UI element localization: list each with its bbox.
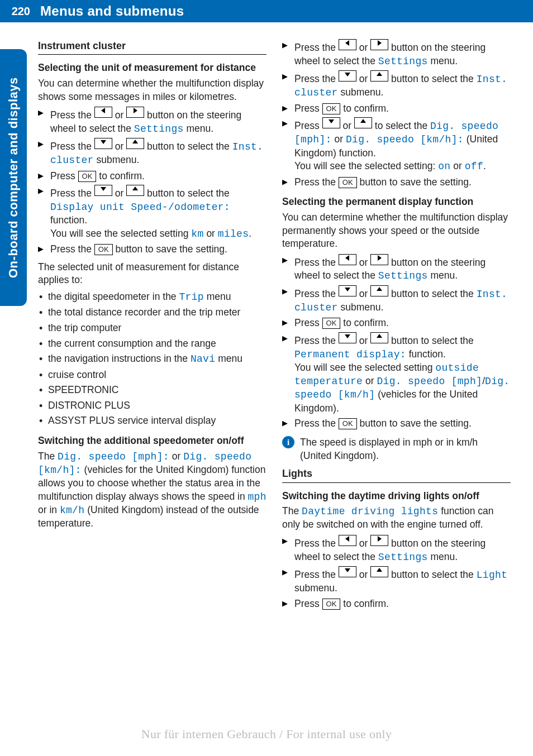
step: Press or to select the Dig. speedo [mph]… bbox=[282, 117, 511, 174]
step: Press the or button to select the Light … bbox=[282, 566, 511, 595]
menu-trip: Trip bbox=[179, 291, 203, 303]
intro-permanent-display: You can determine whether the multifunct… bbox=[282, 211, 511, 251]
list-item: DISTRONIC PLUS bbox=[38, 399, 266, 413]
page-number: 220 bbox=[0, 0, 34, 22]
ok-key: OK bbox=[322, 599, 341, 610]
ok-key: OK bbox=[78, 171, 97, 182]
right-arrow-key bbox=[370, 39, 388, 50]
step: Press the or button to select the Inst. … bbox=[38, 138, 266, 168]
left-arrow-key bbox=[94, 107, 112, 118]
menu-display-unit: Display unit Speed-/odometer: bbox=[50, 202, 230, 213]
value-km: km bbox=[191, 228, 203, 240]
step: Press the or button on the steering whee… bbox=[282, 39, 511, 68]
steps-permanent-display: Press the or button on the steering whee… bbox=[282, 254, 511, 430]
intro-unit-distance: You can determine whether the multifunct… bbox=[38, 77, 266, 103]
step: Press OK to confirm. bbox=[282, 597, 511, 611]
up-arrow-key bbox=[370, 332, 388, 343]
menu-settings: Settings bbox=[378, 552, 428, 563]
list-item: the digital speedometer in the Trip menu bbox=[38, 290, 266, 304]
info-text: The speed is displayed in mph or in km/h… bbox=[300, 436, 511, 462]
list-item: the trip computer bbox=[38, 322, 266, 335]
up-arrow-key bbox=[370, 285, 388, 296]
left-arrow-key bbox=[339, 254, 356, 265]
steps-daytime-lights: Press the or button on the steering whee… bbox=[282, 535, 511, 610]
step: Press the or button on the steering whee… bbox=[282, 535, 511, 564]
step: Press the or button to select the Inst. … bbox=[282, 285, 511, 315]
menu-light: Light bbox=[477, 570, 508, 581]
right-arrow-key bbox=[370, 254, 388, 265]
left-column: Instrument cluster Selecting the unit of… bbox=[38, 39, 266, 615]
list-item: the navigation instructions in the Navi … bbox=[38, 352, 266, 366]
step: Press OK to confirm. bbox=[282, 102, 511, 116]
para-daytime-lights: The Daytime driving lights function can … bbox=[282, 505, 511, 532]
right-arrow-key bbox=[126, 107, 144, 118]
list-item: SPEEDTRONIC bbox=[38, 384, 266, 397]
page-title: Menus and submenus bbox=[34, 0, 533, 22]
list-item: the total distance recorder and the trip… bbox=[38, 306, 266, 319]
menu-dig-speedo-kmh: Dig. speedo [km/h]: bbox=[346, 134, 464, 145]
step: Press the OK button to save the setting. bbox=[38, 243, 266, 256]
section-tab-label: On-board computer and displays bbox=[0, 49, 27, 306]
down-arrow-key bbox=[322, 117, 340, 128]
value-off: off bbox=[465, 161, 483, 172]
heading-unit-distance: Selecting the unit of measurement for di… bbox=[38, 61, 266, 75]
steps-unit-distance: Press the or button on the steering whee… bbox=[38, 107, 266, 256]
value-mph: mph bbox=[248, 491, 266, 503]
down-arrow-key bbox=[94, 138, 112, 149]
ok-key: OK bbox=[322, 318, 341, 329]
step: Press the OK button to save the setting. bbox=[282, 417, 511, 430]
down-arrow-key bbox=[94, 185, 112, 196]
value-kmh: km/h bbox=[60, 505, 84, 516]
value-on: on bbox=[438, 161, 450, 172]
list-item: the current consumption and the range bbox=[38, 337, 266, 351]
step: Press the or button to select the Inst. … bbox=[282, 70, 511, 100]
ok-key: OK bbox=[339, 177, 357, 188]
down-arrow-key bbox=[339, 70, 356, 82]
left-arrow-key bbox=[339, 535, 356, 546]
menu-settings: Settings bbox=[378, 56, 428, 67]
menu-permanent-display: Permanent display: bbox=[294, 349, 406, 360]
steps-additional-speedo: Press the or button on the steering whee… bbox=[282, 39, 511, 189]
right-column: Press the or button on the steering whee… bbox=[282, 39, 511, 615]
menu-daytime-driving-lights: Daytime driving lights bbox=[302, 506, 438, 517]
value-dig-mph: Dig. speedo [mph] bbox=[377, 376, 482, 387]
menu-settings: Settings bbox=[378, 270, 428, 281]
value-miles: miles bbox=[218, 228, 249, 240]
list-item: cruise control bbox=[38, 369, 266, 382]
menu-navi: Navi bbox=[191, 353, 215, 365]
applies-list: the digital speedometer in the Trip menu… bbox=[38, 290, 266, 428]
step: Press the or button to select the Displa… bbox=[38, 185, 266, 241]
list-item: ASSYST PLUS service interval display bbox=[38, 414, 266, 428]
step: Press the or button on the steering whee… bbox=[38, 107, 266, 136]
info-note: i The speed is displayed in mph or in km… bbox=[282, 436, 511, 462]
para-additional-speedo: The Dig. speedo [mph]: or Dig. speedo [k… bbox=[38, 450, 266, 530]
left-arrow-key bbox=[339, 39, 356, 50]
step: Press the or button on the steering whee… bbox=[282, 254, 511, 283]
ok-key: OK bbox=[339, 418, 357, 429]
ok-key: OK bbox=[322, 103, 341, 114]
heading-instrument-cluster: Instrument cluster bbox=[38, 39, 266, 55]
info-icon: i bbox=[282, 436, 294, 462]
heading-additional-speedo: Switching the additional speedometer on/… bbox=[38, 434, 266, 448]
menu-dig-speedo-mph: Dig. speedo [mph]: bbox=[58, 451, 169, 462]
menu-settings: Settings bbox=[134, 123, 184, 135]
heading-lights: Lights bbox=[282, 467, 511, 482]
right-arrow-key bbox=[370, 535, 388, 546]
heading-permanent-display: Selecting the permanent display function bbox=[282, 195, 511, 209]
step: Press the or button to select the Perman… bbox=[282, 332, 511, 415]
up-arrow-key bbox=[354, 117, 372, 128]
watermark: Nur für internen Gebrauch / For internal… bbox=[0, 727, 533, 741]
section-tab: On-board computer and displays bbox=[0, 49, 27, 306]
up-arrow-key bbox=[126, 138, 144, 149]
up-arrow-key bbox=[370, 566, 388, 577]
down-arrow-key bbox=[339, 566, 356, 577]
up-arrow-key bbox=[370, 70, 388, 82]
up-arrow-key bbox=[126, 185, 144, 196]
step: Press OK to confirm. bbox=[38, 170, 266, 183]
step: Press the OK button to save the setting. bbox=[282, 176, 511, 189]
step: Press OK to confirm. bbox=[282, 317, 511, 330]
page-header: 220 Menus and submenus bbox=[0, 0, 533, 22]
ok-key: OK bbox=[94, 244, 113, 255]
down-arrow-key bbox=[339, 285, 356, 296]
down-arrow-key bbox=[339, 332, 356, 343]
